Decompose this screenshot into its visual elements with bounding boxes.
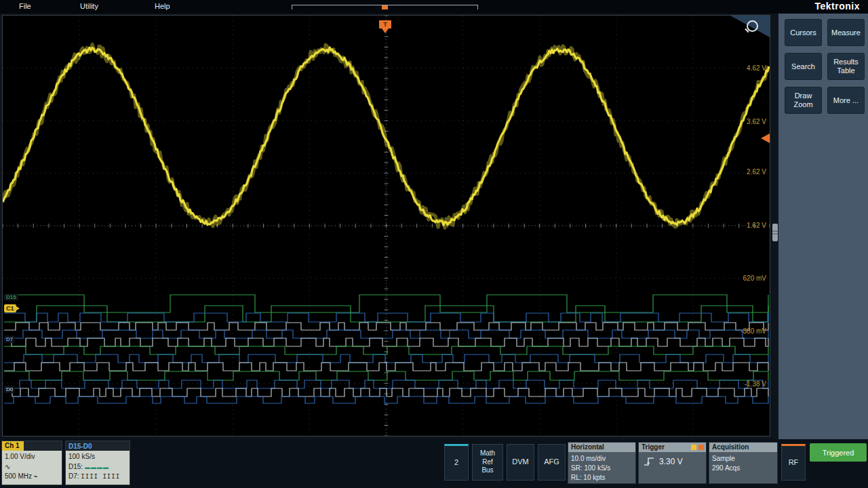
trigger-status-badge: Triggered xyxy=(810,443,867,462)
digital-channel-tag-d15[interactable]: D15 xyxy=(4,293,18,301)
horizontal-panel[interactable]: Horizontal 10.0 ms/div SR: 100 kS/s RL: … xyxy=(568,442,636,484)
menu-bar: File Utility Help Tektronix xyxy=(0,0,868,14)
trigger-panel-title: Trigger xyxy=(639,443,706,452)
voltage-label: 620 mV xyxy=(743,274,766,283)
bandwidth-limit-icon: ⌁ xyxy=(34,472,38,480)
draw-zoom-button[interactable]: Draw Zoom xyxy=(785,87,822,114)
channel-1-bandwidth: 500 MHz xyxy=(5,472,32,480)
digital-sample-rate: 100 kS/s xyxy=(68,452,127,462)
trigger-position-marker-icon[interactable] xyxy=(382,5,388,9)
voltage-label: 3.62 V xyxy=(747,118,766,126)
zoom-magnifier-icon[interactable] xyxy=(747,20,758,32)
waveform-canvas xyxy=(3,16,770,436)
digital-channels-badge[interactable]: D15-D0 100 kS/s D15: ▬▬▬▬ D7: IIII IIII xyxy=(65,441,130,485)
menu-file[interactable]: File xyxy=(19,2,31,10)
horizontal-scale: 10.0 ms/div xyxy=(571,454,633,464)
channel-1-scale: 1.00 V/div xyxy=(5,452,59,462)
acquisition-panel[interactable]: Acquisition Sample 290 Acqs xyxy=(709,442,778,484)
search-button[interactable]: Search xyxy=(785,53,822,80)
results-table-button[interactable]: Results Table xyxy=(827,53,865,80)
voltage-label: 4.62 V xyxy=(747,64,766,73)
oscilloscope-app: File Utility Help Tektronix T 4.62 V 3.6… xyxy=(0,0,868,488)
horizontal-panel-title: Horizontal xyxy=(568,443,635,452)
voltage-label: 2.62 V xyxy=(747,168,766,176)
d15-group-label: D15: xyxy=(68,463,83,470)
tektronix-logo: Tektronix xyxy=(815,1,860,12)
d15-activity-icon: ▬▬▬▬ xyxy=(85,464,109,470)
status-bar: Ch 1 1.00 V/div ∿ 500 MHz ⌁ D15-D0 100 k… xyxy=(0,439,868,488)
trigger-level-value: 3.30 V xyxy=(659,457,683,466)
menu-utility[interactable]: Utility xyxy=(80,2,98,10)
dvm-button[interactable]: DVM xyxy=(507,444,534,481)
menu-help[interactable]: Help xyxy=(155,2,170,10)
channel-1-title: Ch 1 xyxy=(2,441,24,451)
channel-1-marker[interactable]: C1 xyxy=(4,304,16,312)
trigger-b-icon xyxy=(698,445,704,450)
afg-button[interactable]: AFG xyxy=(538,444,566,481)
horizontal-record-length: RL: 10 kpts xyxy=(571,473,633,483)
channel-1-badge[interactable]: Ch 1 1.00 V/div ∿ 500 MHz ⌁ xyxy=(1,441,62,485)
trigger-level-arrow-icon[interactable] xyxy=(761,134,770,143)
coupling-icon: ∿ xyxy=(5,463,10,470)
rf-button[interactable]: RF xyxy=(781,444,806,481)
trigger-a-icon xyxy=(691,445,696,450)
d7-activity-icon: IIII IIII xyxy=(81,473,120,480)
vertical-scroll-handle[interactable] xyxy=(772,224,778,241)
d7-group-label: D7: xyxy=(68,472,79,480)
measure-button[interactable]: Measure xyxy=(827,19,865,46)
digital-channel-tag-d0[interactable]: D0 xyxy=(4,386,15,393)
acquisition-mode: Sample xyxy=(712,454,774,464)
horizontal-sample-rate: SR: 100 kS/s xyxy=(571,464,633,473)
rising-edge-icon xyxy=(643,456,655,467)
cursors-button[interactable]: Cursors xyxy=(785,19,822,46)
voltage-label: -380 mV xyxy=(741,327,766,336)
trigger-position-flag-icon[interactable]: T xyxy=(379,20,391,28)
horizontal-position-slider[interactable] xyxy=(292,5,478,10)
acquisition-count: 290 Acqs xyxy=(712,464,774,473)
voltage-label: -1.38 V xyxy=(745,380,766,388)
math-ref-bus-button[interactable]: Math Ref Bus xyxy=(472,444,503,481)
more-button[interactable]: More ... xyxy=(827,87,865,114)
right-panel: Cursors Measure Search Results Table Dra… xyxy=(778,14,868,439)
voltage-label: 1.62 V xyxy=(747,222,766,230)
digital-channel-tag-d7[interactable]: D7 xyxy=(4,336,15,343)
add-channel-2-button[interactable]: 2 xyxy=(444,444,469,481)
digital-badge-title: D15-D0 xyxy=(66,443,92,450)
acquisition-panel-title: Acquisition xyxy=(709,443,777,452)
trigger-panel[interactable]: Trigger 3.30 V xyxy=(638,442,707,484)
waveform-display[interactable]: T 4.62 V 3.62 V 2.62 V 1.62 V 620 mV -38… xyxy=(2,15,770,436)
